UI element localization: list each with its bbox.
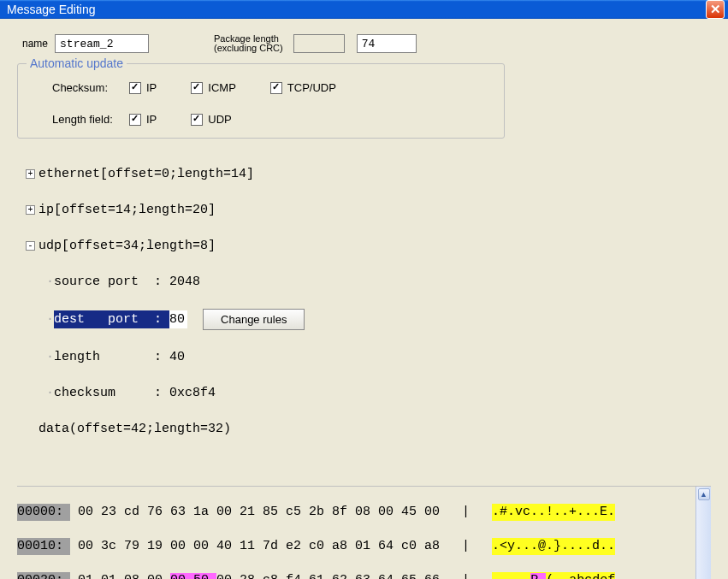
fieldset-legend: Automatic update — [27, 56, 127, 70]
checksum-ip-checkbox[interactable]: IP — [129, 81, 157, 94]
change-rules-button[interactable]: Change rules — [203, 309, 305, 330]
automatic-update-fieldset: Automatic update Checksum: IP ICMP TCP/U… — [17, 63, 505, 139]
checksum-row: Checksum: IP ICMP TCP/UDP — [33, 81, 488, 94]
checksum-tcpudp-checkbox[interactable]: TCP/UDP — [270, 81, 336, 94]
hex-row: 00010: 00 3c 79 19 00 00 40 11 7d e2 c0 … — [17, 538, 695, 555]
expand-icon[interactable]: + — [26, 205, 35, 215]
length-ip-checkbox[interactable]: IP — [129, 113, 157, 126]
hex-highlight: 00 50 — [170, 573, 216, 579]
hex-row: 00020: 01 01 08 00 00 50 00 28 c8 f4 61 … — [17, 572, 695, 579]
tree-data[interactable]: data (offset=42;length=32) — [26, 420, 711, 438]
lengthfield-row: Length field: IP UDP — [33, 113, 488, 126]
tree-udp-destport[interactable]: ·dest port : 80Change rules — [26, 309, 711, 330]
hex-pane: 00000: 00 23 cd 76 63 1a 00 21 85 c5 2b … — [17, 486, 711, 579]
window-title: Message Editing — [7, 3, 706, 16]
tree-udp[interactable]: -udp [offset=34;length=8] — [26, 237, 711, 255]
tree-udp-sourceport[interactable]: ·source port : 2048 — [26, 273, 711, 291]
hex-scrollbar[interactable]: ▲ ▼ — [695, 487, 711, 579]
top-row: name Package length(excluding CRC) — [17, 34, 711, 53]
close-icon[interactable]: ✕ — [706, 0, 725, 19]
client-area: name Package length(excluding CRC) Autom… — [0, 19, 728, 579]
name-label: name — [22, 38, 48, 50]
length-udp-checkbox[interactable]: UDP — [191, 113, 231, 126]
scroll-up-icon[interactable]: ▲ — [698, 488, 710, 500]
destport-value-edit[interactable]: 80 — [169, 310, 187, 328]
lengthfield-label: Length field: — [33, 113, 119, 126]
destport-label-selected: dest port : — [54, 310, 169, 328]
name-input[interactable] — [55, 34, 149, 53]
hex-body[interactable]: 00000: 00 23 cd 76 63 1a 00 21 85 c5 2b … — [17, 487, 695, 579]
pkglen-label: Package length(excluding CRC) — [214, 34, 283, 53]
checksum-label: Checksum: — [33, 81, 119, 94]
message-editing-dialog: Message Editing ✕ name Package length(ex… — [0, 0, 728, 579]
titlebar: Message Editing ✕ — [0, 0, 728, 19]
protocol-tree: +ethernet [offset=0;length=14] +ip [offs… — [17, 145, 711, 482]
tree-ethernet[interactable]: +ethernet [offset=0;length=14] — [26, 165, 711, 183]
tree-udp-length[interactable]: ·length : 40 — [26, 348, 711, 366]
collapse-icon[interactable]: - — [26, 241, 35, 251]
expand-icon[interactable]: + — [26, 169, 35, 179]
tree-udp-checksum[interactable]: ·checksum : 0xc8f4 — [26, 384, 711, 402]
checksum-icmp-checkbox[interactable]: ICMP — [191, 81, 236, 94]
pkglen-display — [293, 34, 345, 53]
tree-ip[interactable]: +ip [offset=14;length=20] — [26, 201, 711, 219]
hex-row: 00000: 00 23 cd 76 63 1a 00 21 85 c5 2b … — [17, 504, 695, 521]
pkglen-input[interactable] — [357, 34, 417, 53]
